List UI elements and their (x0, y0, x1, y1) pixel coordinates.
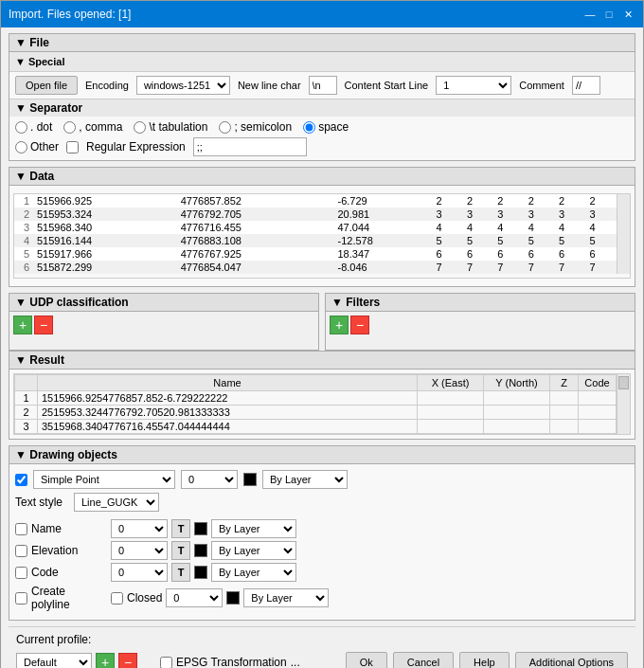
attr-polyline-layer-select[interactable]: By Layer (243, 588, 329, 607)
text-style-select[interactable]: Line_GUGK Standard Arial (74, 493, 159, 512)
additional-options-button[interactable]: Additional Options (515, 652, 628, 668)
attr-polyline-checkbox[interactable] (15, 592, 27, 605)
epsg-row: EPSG Transformation ... (160, 656, 300, 668)
content-start-select[interactable]: 1 2 3 (436, 76, 511, 95)
title-bar: Import. Files opened: [1] — □ ✕ (1, 1, 643, 27)
encoding-select[interactable]: windows-1251 UTF-8 UTF-16 ISO-8859-1 (136, 76, 230, 95)
regex-input[interactable] (193, 137, 307, 156)
attr-name-row: Name 0 T By Layer (15, 519, 629, 538)
sep-other-radio[interactable] (15, 141, 27, 153)
other-row: Other Regular Expression (15, 137, 629, 156)
udp-header[interactable]: ▼ UDP classification (9, 294, 318, 312)
result-header[interactable]: ▼ Result (9, 352, 635, 370)
cell: 5 (432, 234, 462, 247)
profile-remove-button[interactable]: − (118, 653, 137, 668)
result-row-code (579, 391, 617, 406)
newline-label: New line char (238, 80, 301, 91)
attr-elevation-select[interactable]: 0 (111, 541, 168, 560)
sep-comma-radio[interactable] (63, 121, 76, 134)
sep-semicolon-radio[interactable] (219, 121, 231, 134)
bottom-bar: Current profile: Default Profile 1 + − E… (9, 626, 635, 668)
regex-checkbox[interactable] (66, 141, 79, 153)
attr-name-layer-select[interactable]: By Layer (211, 519, 296, 538)
filters-add-button[interactable]: + (330, 316, 349, 334)
result-row-y (484, 391, 550, 406)
point-layer-select[interactable]: By Layer Red Green (262, 470, 348, 489)
cell: 515917.966 (33, 247, 177, 261)
point-color-swatch (243, 473, 257, 486)
file-section-header[interactable]: ▼ File (9, 34, 635, 52)
cell: 3 (432, 208, 462, 221)
separator-header[interactable]: ▼ Separator (9, 99, 635, 117)
sep-dot-radio[interactable] (15, 121, 27, 134)
sep-space: space (303, 120, 349, 134)
udp-label: ▼ UDP classification (15, 296, 129, 309)
attr-elevation-checkbox[interactable] (15, 545, 27, 557)
close-button[interactable]: ✕ (620, 7, 635, 22)
filters-remove-button[interactable]: − (350, 316, 369, 334)
cell: 2 (493, 194, 524, 208)
point-type-select[interactable]: Simple Point Block Cross (33, 470, 175, 489)
result-scrollbar-thumb[interactable] (618, 376, 629, 389)
attr-closed-checkbox[interactable] (111, 592, 123, 605)
drawing-enabled-checkbox[interactable] (15, 474, 27, 486)
cell: 6 (463, 247, 493, 261)
attr-name-checkbox[interactable] (15, 523, 27, 535)
attr-name-select[interactable]: 0 (111, 519, 168, 538)
profile-select[interactable]: Default Profile 1 (16, 653, 92, 668)
data-table-row: 1515966.9254776857.852-6.729222222 (14, 194, 617, 208)
result-section: ▼ Result Name X (East) Y (North) (9, 351, 635, 440)
ok-button[interactable]: Ok (346, 652, 387, 668)
filters-header[interactable]: ▼ Filters (326, 294, 635, 312)
attr-elevation-layer-select[interactable]: By Layer (211, 541, 296, 560)
cell: -6.729 (334, 194, 433, 208)
cell: 2 (555, 194, 585, 208)
attr-code-checkbox[interactable] (15, 567, 27, 579)
cell: 5 (463, 234, 493, 247)
cell: 6 (586, 247, 617, 261)
udp-add-button[interactable]: + (13, 316, 32, 334)
minimize-button[interactable]: — (582, 7, 598, 22)
help-button[interactable]: Help (459, 652, 510, 668)
attr-name-color (194, 522, 207, 535)
data-section-header[interactable]: ▼ Data (9, 168, 635, 186)
content-start-label: Content Start Line (345, 80, 429, 91)
sep-other: Other (15, 140, 59, 153)
cell: 4 (493, 221, 524, 234)
regex-label: Regular Expression (86, 140, 186, 153)
attr-elevation-t-btn[interactable]: T (171, 541, 190, 560)
encoding-label: Encoding (85, 80, 129, 91)
cancel-button[interactable]: Cancel (393, 652, 454, 668)
cell: 4776883.108 (177, 234, 334, 247)
result-row-num: 1 (15, 391, 38, 406)
attr-name-t-btn[interactable]: T (171, 519, 190, 538)
attr-code-select[interactable]: 0 (111, 563, 168, 582)
maximize-button[interactable]: □ (601, 7, 617, 22)
result-row-y (484, 406, 550, 420)
result-table-row: 2 2515953.3244776792.70520.981333333 (15, 406, 617, 420)
attr-polyline-select[interactable]: 0 (166, 588, 223, 607)
profile-add-button[interactable]: + (96, 653, 115, 668)
result-col-y: Y (North) (484, 375, 550, 391)
drawing-header[interactable]: ▼ Drawing objects (9, 446, 635, 464)
sep-tab-radio[interactable] (134, 121, 146, 134)
sep-semicolon: ; semicolon (219, 120, 292, 134)
udp-remove-button[interactable]: − (34, 316, 53, 334)
point-index-select[interactable]: 0 1 (181, 470, 238, 489)
attr-polyline-color (226, 591, 240, 605)
attr-code-layer-select[interactable]: By Layer (211, 563, 296, 582)
result-col-num (15, 375, 38, 391)
newline-input[interactable] (309, 76, 337, 95)
data-table-row: 6515872.2994776854.047-8.046777777 (14, 261, 617, 274)
attr-code-t-btn[interactable]: T (171, 563, 190, 582)
sep-space-radio[interactable] (303, 121, 315, 134)
result-row-name: 1515966.9254776857.852-6.729222222 (38, 391, 418, 406)
sep-dot: . dot (15, 120, 52, 134)
cell: 4 (432, 221, 462, 234)
open-file-button[interactable]: Open file (15, 76, 78, 95)
result-row-z (550, 406, 579, 420)
epsg-checkbox[interactable] (160, 657, 172, 669)
udp-body: + − (9, 312, 318, 350)
comment-input[interactable] (572, 76, 600, 95)
data-scrollbar[interactable] (617, 194, 630, 274)
